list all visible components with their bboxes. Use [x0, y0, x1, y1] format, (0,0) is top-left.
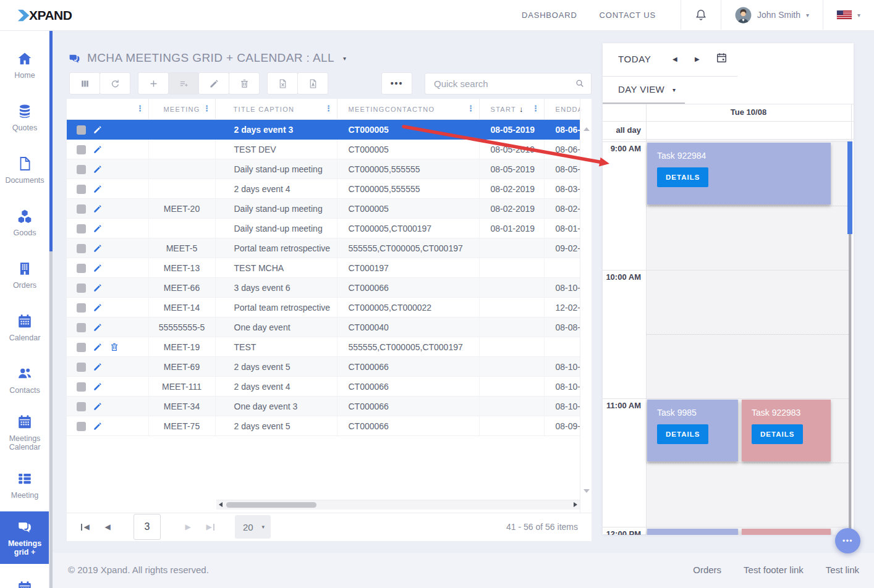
- calendar-scrollbar-thumb[interactable]: [847, 141, 852, 234]
- edit-pencil-icon[interactable]: [93, 184, 103, 194]
- search-input[interactable]: [425, 73, 592, 94]
- last-page-button[interactable]: ▶: [199, 516, 221, 538]
- edit-pencil-icon[interactable]: [93, 362, 103, 372]
- footer-link-orders[interactable]: Orders: [693, 565, 721, 575]
- first-page-button[interactable]: ◀: [74, 516, 96, 538]
- all-day-row[interactable]: all day: [603, 122, 854, 140]
- calendar-event[interactable]: [742, 529, 831, 535]
- sidebar-item-quotes[interactable]: Quotes: [0, 91, 49, 144]
- table-row[interactable]: 2 days event 4 CT000005,555555 08-02-201…: [67, 179, 580, 199]
- sidebar-item-documents[interactable]: Documents: [0, 144, 49, 196]
- calendar-prev-icon[interactable]: ◀: [672, 56, 677, 62]
- sidebar-item-more[interactable]: [0, 564, 49, 588]
- table-row[interactable]: MEET-20 Daily stand-up meeting CT000005 …: [67, 199, 580, 219]
- chevron-down-icon[interactable]: ▾: [672, 86, 676, 93]
- edit-pencil-icon[interactable]: [93, 401, 103, 411]
- calendar-event[interactable]: Task 922983 DETAILS: [742, 400, 831, 461]
- column-menu-icon[interactable]: ⋮: [203, 104, 211, 112]
- row-checkbox[interactable]: [77, 224, 86, 233]
- row-checkbox[interactable]: [77, 165, 86, 174]
- row-checkbox[interactable]: [77, 323, 86, 332]
- nav-dashboard[interactable]: DASHBOARD: [522, 10, 577, 20]
- row-checkbox[interactable]: [77, 343, 86, 352]
- edit-pencil-icon[interactable]: [93, 263, 103, 273]
- calendar-event[interactable]: Task 922984 DETAILS: [647, 143, 831, 204]
- next-page-button[interactable]: ▶: [177, 516, 199, 538]
- table-row[interactable]: Daily stand-up meeting CT000005,555555 0…: [67, 159, 580, 179]
- plus-button[interactable]: [138, 72, 169, 94]
- row-checkbox[interactable]: [77, 422, 86, 431]
- row-checkbox[interactable]: [77, 204, 86, 214]
- pencil-button[interactable]: [198, 72, 229, 94]
- column-header-enddate[interactable]: ENDDA: [544, 99, 580, 120]
- column-header-title-caption[interactable]: TITLE CAPTION⋮: [215, 99, 337, 120]
- edit-pencil-icon[interactable]: [93, 243, 103, 253]
- edit-pencil-icon[interactable]: [93, 303, 103, 313]
- table-row[interactable]: 2 days event 3 CT000005 08-05-2019 08-06…: [67, 120, 580, 140]
- row-checkbox[interactable]: [77, 303, 86, 313]
- refresh-button[interactable]: [100, 72, 130, 94]
- table-row[interactable]: MEET-111 2 days event 4 CT000066 08-10-: [67, 377, 580, 397]
- row-checkbox[interactable]: [77, 363, 86, 372]
- edit-pencil-icon[interactable]: [93, 125, 103, 135]
- sidebar-item-home[interactable]: Home: [0, 39, 49, 91]
- sidebar-item-contacts[interactable]: Contacts: [0, 354, 49, 406]
- more-options-button[interactable]: •••: [381, 72, 412, 94]
- table-row[interactable]: MEET-19 TEST 555555,CT000005,CT000197: [67, 337, 580, 357]
- title-dropdown-icon[interactable]: ▾: [343, 55, 346, 62]
- column-menu-icon[interactable]: ⋮: [325, 104, 333, 112]
- scroll-down-icon[interactable]: [583, 489, 590, 493]
- column-header-start[interactable]: START↓⋮: [479, 99, 544, 120]
- edit-pencil-icon[interactable]: [93, 145, 103, 154]
- footer-link-test-footer-link[interactable]: Test footer link: [744, 565, 804, 575]
- app-logo[interactable]: XPAND: [17, 8, 72, 23]
- table-row[interactable]: TEST DEV CT000005 08-05-2019 08-06-: [67, 140, 580, 159]
- grid-horizontal-scrollbar[interactable]: [216, 500, 580, 510]
- row-checkbox[interactable]: [77, 244, 86, 253]
- current-page-box[interactable]: 3: [134, 514, 161, 540]
- edit-pencil-icon[interactable]: [93, 283, 103, 293]
- sidebar-item-meetings-calendar[interactable]: Meetings Calendar: [0, 406, 49, 459]
- nav-contact-us[interactable]: CONTACT US: [600, 10, 656, 20]
- table-row[interactable]: MEET-13 TEST MCHA CT000197: [67, 258, 580, 278]
- table-row[interactable]: MEET-69 2 days event 5 CT000066 08-10-: [67, 357, 580, 377]
- trash-button[interactable]: [229, 72, 260, 94]
- table-row[interactable]: MEET-66 3 days event 6 CT000066 08-10-: [67, 278, 580, 298]
- sidebar-item-meetings-grid[interactable]: Meetings grid +: [0, 511, 49, 564]
- delete-icon[interactable]: [109, 342, 119, 352]
- columns-button[interactable]: [69, 72, 100, 94]
- table-row[interactable]: MEET-5 Portal team retrospective 555555,…: [67, 238, 580, 258]
- edit-pencil-icon[interactable]: [93, 421, 103, 431]
- row-checkbox[interactable]: [77, 125, 86, 135]
- floating-more-button[interactable]: •••: [835, 528, 860, 553]
- language-selector[interactable]: ▾: [823, 10, 874, 19]
- scrollbar-thumb[interactable]: [226, 502, 316, 508]
- scroll-right-icon[interactable]: [574, 502, 577, 507]
- row-checkbox[interactable]: [77, 402, 86, 411]
- column-header-actions[interactable]: ⋮: [67, 99, 148, 120]
- calendar-event[interactable]: [647, 529, 738, 535]
- row-checkbox[interactable]: [77, 145, 86, 154]
- sidebar-item-calendar[interactable]: Calendar: [0, 301, 49, 354]
- column-menu-icon[interactable]: ⋮: [467, 104, 475, 112]
- edit-pencil-icon[interactable]: [93, 224, 103, 233]
- page-size-select[interactable]: 20 ▾: [235, 515, 271, 539]
- user-menu[interactable]: John Smith ▾: [721, 7, 823, 23]
- scroll-up-icon[interactable]: [583, 127, 590, 131]
- edit-pencil-icon[interactable]: [93, 204, 103, 214]
- excel-button[interactable]: [267, 72, 298, 94]
- row-checkbox[interactable]: [77, 185, 86, 194]
- edit-pencil-icon[interactable]: [93, 342, 103, 352]
- edit-pencil-icon[interactable]: [93, 382, 103, 392]
- sidebar-item-goods[interactable]: Goods: [0, 196, 49, 249]
- sidebar-item-meeting[interactable]: Meeting: [0, 459, 49, 511]
- sidebar-scrollbar-thumb[interactable]: [49, 30, 53, 251]
- calendar-next-icon[interactable]: ▶: [695, 56, 700, 62]
- notifications-button[interactable]: [681, 9, 721, 21]
- pdf-button[interactable]: [297, 72, 328, 94]
- today-button[interactable]: TODAY: [618, 54, 651, 64]
- footer-link-test-link[interactable]: Test link: [826, 565, 859, 575]
- day-view-dropdown[interactable]: DAY VIEW: [618, 84, 664, 94]
- calendar-event[interactable]: Task 9985 DETAILS: [647, 400, 738, 461]
- edit-pencil-icon[interactable]: [93, 322, 103, 332]
